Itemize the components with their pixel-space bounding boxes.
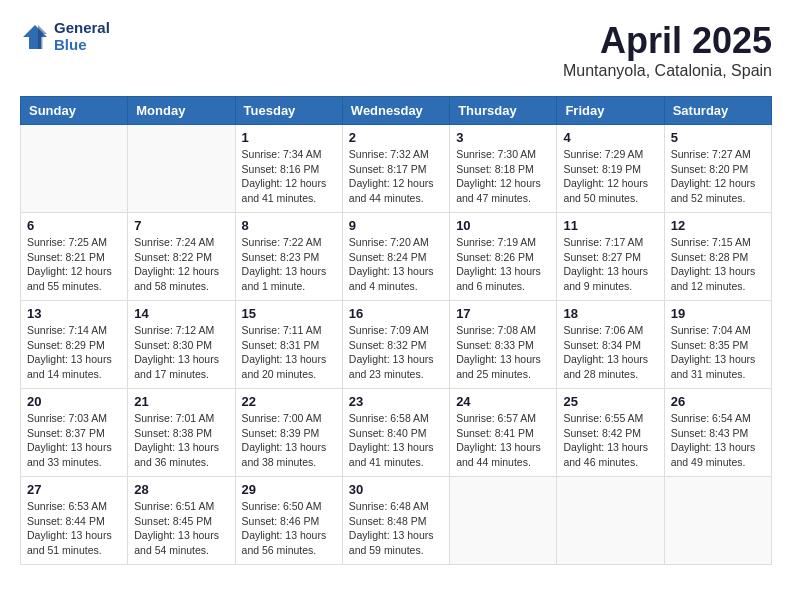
weekday-header-thursday: Thursday xyxy=(450,97,557,125)
calendar-cell: 30Sunrise: 6:48 AMSunset: 8:48 PMDayligh… xyxy=(342,477,449,565)
day-number: 23 xyxy=(349,394,443,409)
day-number: 1 xyxy=(242,130,336,145)
day-number: 22 xyxy=(242,394,336,409)
calendar-cell xyxy=(450,477,557,565)
day-number: 6 xyxy=(27,218,121,233)
calendar-cell: 21Sunrise: 7:01 AMSunset: 8:38 PMDayligh… xyxy=(128,389,235,477)
calendar-cell xyxy=(21,125,128,213)
day-number: 24 xyxy=(456,394,550,409)
day-info: Sunrise: 7:25 AMSunset: 8:21 PMDaylight:… xyxy=(27,235,121,294)
calendar-cell: 11Sunrise: 7:17 AMSunset: 8:27 PMDayligh… xyxy=(557,213,664,301)
weekday-header-wednesday: Wednesday xyxy=(342,97,449,125)
day-info: Sunrise: 7:12 AMSunset: 8:30 PMDaylight:… xyxy=(134,323,228,382)
day-info: Sunrise: 6:57 AMSunset: 8:41 PMDaylight:… xyxy=(456,411,550,470)
week-row-1: 1Sunrise: 7:34 AMSunset: 8:16 PMDaylight… xyxy=(21,125,772,213)
calendar-cell: 4Sunrise: 7:29 AMSunset: 8:19 PMDaylight… xyxy=(557,125,664,213)
calendar-cell xyxy=(557,477,664,565)
day-number: 26 xyxy=(671,394,765,409)
day-number: 15 xyxy=(242,306,336,321)
day-number: 14 xyxy=(134,306,228,321)
day-number: 2 xyxy=(349,130,443,145)
week-row-3: 13Sunrise: 7:14 AMSunset: 8:29 PMDayligh… xyxy=(21,301,772,389)
week-row-4: 20Sunrise: 7:03 AMSunset: 8:37 PMDayligh… xyxy=(21,389,772,477)
day-info: Sunrise: 7:06 AMSunset: 8:34 PMDaylight:… xyxy=(563,323,657,382)
day-number: 20 xyxy=(27,394,121,409)
day-info: Sunrise: 7:30 AMSunset: 8:18 PMDaylight:… xyxy=(456,147,550,206)
calendar-cell: 6Sunrise: 7:25 AMSunset: 8:21 PMDaylight… xyxy=(21,213,128,301)
day-number: 16 xyxy=(349,306,443,321)
weekday-header-monday: Monday xyxy=(128,97,235,125)
weekday-header-sunday: Sunday xyxy=(21,97,128,125)
day-number: 10 xyxy=(456,218,550,233)
day-number: 28 xyxy=(134,482,228,497)
title-block: April 2025 Muntanyola, Catalonia, Spain xyxy=(563,20,772,80)
day-info: Sunrise: 6:55 AMSunset: 8:42 PMDaylight:… xyxy=(563,411,657,470)
logo-text: General Blue xyxy=(54,20,110,53)
day-info: Sunrise: 7:11 AMSunset: 8:31 PMDaylight:… xyxy=(242,323,336,382)
day-number: 12 xyxy=(671,218,765,233)
day-info: Sunrise: 7:14 AMSunset: 8:29 PMDaylight:… xyxy=(27,323,121,382)
day-info: Sunrise: 7:29 AMSunset: 8:19 PMDaylight:… xyxy=(563,147,657,206)
calendar-cell: 28Sunrise: 6:51 AMSunset: 8:45 PMDayligh… xyxy=(128,477,235,565)
calendar-subtitle: Muntanyola, Catalonia, Spain xyxy=(563,62,772,80)
day-info: Sunrise: 7:01 AMSunset: 8:38 PMDaylight:… xyxy=(134,411,228,470)
day-number: 13 xyxy=(27,306,121,321)
day-info: Sunrise: 7:09 AMSunset: 8:32 PMDaylight:… xyxy=(349,323,443,382)
day-info: Sunrise: 7:00 AMSunset: 8:39 PMDaylight:… xyxy=(242,411,336,470)
calendar-cell: 7Sunrise: 7:24 AMSunset: 8:22 PMDaylight… xyxy=(128,213,235,301)
day-info: Sunrise: 7:20 AMSunset: 8:24 PMDaylight:… xyxy=(349,235,443,294)
logo-line1: General xyxy=(54,20,110,37)
day-number: 7 xyxy=(134,218,228,233)
calendar-cell: 23Sunrise: 6:58 AMSunset: 8:40 PMDayligh… xyxy=(342,389,449,477)
calendar-title: April 2025 xyxy=(563,20,772,62)
logo-line2: Blue xyxy=(54,37,110,54)
calendar-cell: 18Sunrise: 7:06 AMSunset: 8:34 PMDayligh… xyxy=(557,301,664,389)
calendar-cell: 2Sunrise: 7:32 AMSunset: 8:17 PMDaylight… xyxy=(342,125,449,213)
day-info: Sunrise: 6:58 AMSunset: 8:40 PMDaylight:… xyxy=(349,411,443,470)
calendar-cell: 24Sunrise: 6:57 AMSunset: 8:41 PMDayligh… xyxy=(450,389,557,477)
day-info: Sunrise: 7:32 AMSunset: 8:17 PMDaylight:… xyxy=(349,147,443,206)
page-header: General Blue April 2025 Muntanyola, Cata… xyxy=(20,20,772,80)
week-row-2: 6Sunrise: 7:25 AMSunset: 8:21 PMDaylight… xyxy=(21,213,772,301)
day-number: 17 xyxy=(456,306,550,321)
calendar-cell: 1Sunrise: 7:34 AMSunset: 8:16 PMDaylight… xyxy=(235,125,342,213)
day-number: 30 xyxy=(349,482,443,497)
day-info: Sunrise: 7:34 AMSunset: 8:16 PMDaylight:… xyxy=(242,147,336,206)
day-info: Sunrise: 6:51 AMSunset: 8:45 PMDaylight:… xyxy=(134,499,228,558)
calendar-cell: 17Sunrise: 7:08 AMSunset: 8:33 PMDayligh… xyxy=(450,301,557,389)
calendar-cell: 12Sunrise: 7:15 AMSunset: 8:28 PMDayligh… xyxy=(664,213,771,301)
day-number: 5 xyxy=(671,130,765,145)
calendar-cell: 26Sunrise: 6:54 AMSunset: 8:43 PMDayligh… xyxy=(664,389,771,477)
calendar-cell: 16Sunrise: 7:09 AMSunset: 8:32 PMDayligh… xyxy=(342,301,449,389)
calendar-cell: 15Sunrise: 7:11 AMSunset: 8:31 PMDayligh… xyxy=(235,301,342,389)
day-number: 27 xyxy=(27,482,121,497)
day-info: Sunrise: 6:48 AMSunset: 8:48 PMDaylight:… xyxy=(349,499,443,558)
day-info: Sunrise: 7:08 AMSunset: 8:33 PMDaylight:… xyxy=(456,323,550,382)
calendar-cell: 25Sunrise: 6:55 AMSunset: 8:42 PMDayligh… xyxy=(557,389,664,477)
calendar-cell: 14Sunrise: 7:12 AMSunset: 8:30 PMDayligh… xyxy=(128,301,235,389)
day-info: Sunrise: 7:22 AMSunset: 8:23 PMDaylight:… xyxy=(242,235,336,294)
calendar-cell: 8Sunrise: 7:22 AMSunset: 8:23 PMDaylight… xyxy=(235,213,342,301)
day-info: Sunrise: 7:27 AMSunset: 8:20 PMDaylight:… xyxy=(671,147,765,206)
day-info: Sunrise: 7:24 AMSunset: 8:22 PMDaylight:… xyxy=(134,235,228,294)
calendar-cell: 22Sunrise: 7:00 AMSunset: 8:39 PMDayligh… xyxy=(235,389,342,477)
calendar-cell: 27Sunrise: 6:53 AMSunset: 8:44 PMDayligh… xyxy=(21,477,128,565)
calendar-cell: 3Sunrise: 7:30 AMSunset: 8:18 PMDaylight… xyxy=(450,125,557,213)
logo-icon xyxy=(20,22,50,52)
day-number: 4 xyxy=(563,130,657,145)
calendar-cell: 29Sunrise: 6:50 AMSunset: 8:46 PMDayligh… xyxy=(235,477,342,565)
logo: General Blue xyxy=(20,20,110,53)
day-number: 11 xyxy=(563,218,657,233)
calendar-table: SundayMondayTuesdayWednesdayThursdayFrid… xyxy=(20,96,772,565)
day-number: 3 xyxy=(456,130,550,145)
weekday-header-tuesday: Tuesday xyxy=(235,97,342,125)
calendar-cell: 20Sunrise: 7:03 AMSunset: 8:37 PMDayligh… xyxy=(21,389,128,477)
day-number: 25 xyxy=(563,394,657,409)
calendar-cell xyxy=(664,477,771,565)
day-info: Sunrise: 6:54 AMSunset: 8:43 PMDaylight:… xyxy=(671,411,765,470)
day-number: 18 xyxy=(563,306,657,321)
svg-marker-0 xyxy=(23,25,47,49)
calendar-cell xyxy=(128,125,235,213)
weekday-header-saturday: Saturday xyxy=(664,97,771,125)
calendar-cell: 19Sunrise: 7:04 AMSunset: 8:35 PMDayligh… xyxy=(664,301,771,389)
